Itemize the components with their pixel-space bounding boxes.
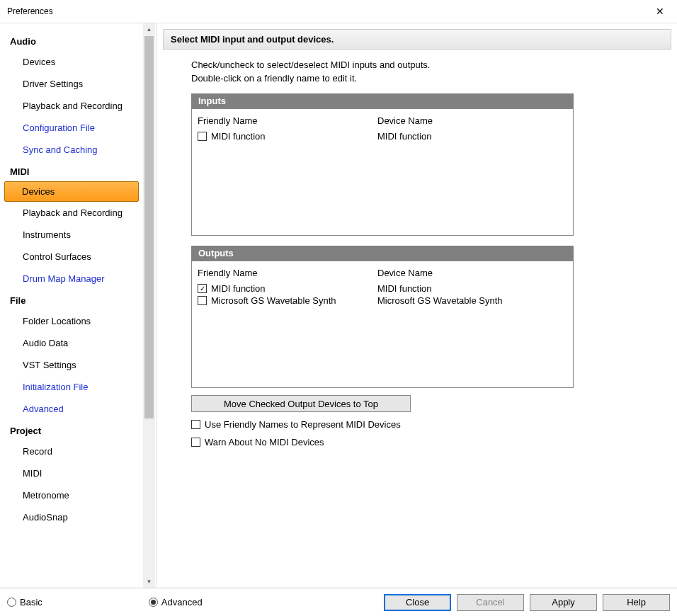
inputs-list: Friendly Name Device Name MIDI functionM…: [191, 108, 574, 236]
content-desc1: Check/uncheck to select/deselect MIDI in…: [191, 59, 643, 70]
sidebar-category: MIDI: [0, 161, 143, 181]
table-row[interactable]: Microsoft GS Wavetable SynthMicrosoft GS…: [198, 295, 567, 307]
footer: Basic Advanced Close Cancel Apply Help: [0, 588, 677, 616]
friendly-name[interactable]: MIDI function: [211, 131, 266, 142]
move-to-top-button[interactable]: Move Checked Output Devices to Top: [191, 395, 411, 412]
titlebar: Preferences ✕: [0, 0, 677, 23]
sidebar-category: File: [0, 290, 143, 310]
cancel-button[interactable]: Cancel: [457, 594, 524, 611]
device-name: MIDI function: [377, 283, 567, 294]
table-row[interactable]: MIDI functionMIDI function: [198, 130, 567, 142]
sidebar-category: Audio: [0, 30, 143, 51]
dialog-body: AudioDevicesDriver SettingsPlayback and …: [0, 23, 677, 588]
sidebar-item[interactable]: Devices: [0, 51, 143, 73]
outputs-col-device: Device Name: [377, 268, 567, 278]
sidebar-scrollbar[interactable]: ▲ ▼: [143, 23, 155, 588]
device-checkbox[interactable]: [198, 284, 207, 293]
sidebar-item[interactable]: MIDI: [0, 462, 143, 484]
help-button[interactable]: Help: [603, 594, 670, 611]
content-inner: Check/uncheck to select/deselect MIDI in…: [157, 50, 677, 588]
inputs-list-header: Friendly Name Device Name: [198, 113, 567, 130]
table-row[interactable]: MIDI functionMIDI function: [198, 283, 567, 295]
sidebar-item[interactable]: Record: [0, 440, 143, 462]
device-name: MIDI function: [377, 131, 567, 142]
radio-basic-label: Basic: [20, 597, 42, 608]
sidebar-item[interactable]: Playback and Recording: [0, 95, 143, 117]
content: Select MIDI input and output devices. Ch…: [157, 23, 677, 588]
footer-buttons: Close Cancel Apply Help: [384, 594, 670, 611]
radio-advanced[interactable]: Advanced: [149, 597, 203, 608]
opt-friendly-label: Use Friendly Names to Represent MIDI Dev…: [205, 419, 401, 430]
outputs-col-friendly: Friendly Name: [198, 268, 377, 278]
outputs-list-header: Friendly Name Device Name: [198, 266, 567, 283]
content-desc2: Double-click on a friendly name to edit …: [191, 73, 643, 84]
sidebar-item[interactable]: Initialization File: [0, 376, 143, 398]
window-title: Preferences: [7, 6, 53, 16]
sidebar-item[interactable]: Driver Settings: [0, 73, 143, 95]
apply-button[interactable]: Apply: [530, 594, 597, 611]
close-icon[interactable]: ✕: [650, 3, 670, 20]
opt-warn-label: Warn About No MIDI Devices: [205, 437, 324, 447]
radio-basic[interactable]: Basic: [7, 597, 42, 608]
inputs-col-device: Device Name: [377, 115, 567, 126]
scroll-down-icon[interactable]: ▼: [143, 576, 155, 588]
opt-warn-checkbox[interactable]: [191, 438, 200, 447]
sidebar-item[interactable]: Playback and Recording: [0, 202, 143, 224]
sidebar-item[interactable]: Audio Data: [0, 332, 143, 354]
sidebar-item[interactable]: Advanced: [0, 398, 143, 420]
scroll-thumb[interactable]: [144, 36, 154, 418]
sidebar: AudioDevicesDriver SettingsPlayback and …: [0, 23, 143, 588]
opt-friendly-names[interactable]: Use Friendly Names to Represent MIDI Dev…: [191, 419, 643, 430]
outputs-header: Outputs: [191, 246, 574, 261]
friendly-name[interactable]: MIDI function: [211, 283, 266, 294]
opt-warn-nomidi[interactable]: Warn About No MIDI Devices: [191, 437, 643, 447]
scroll-up-icon[interactable]: ▲: [143, 23, 155, 35]
device-checkbox[interactable]: [198, 296, 207, 305]
device-checkbox[interactable]: [198, 132, 207, 141]
sidebar-item[interactable]: Sync and Caching: [0, 139, 143, 161]
sidebar-item[interactable]: Configuration File: [0, 117, 143, 139]
friendly-name[interactable]: Microsoft GS Wavetable Synth: [211, 295, 336, 306]
sidebar-item[interactable]: Folder Locations: [0, 310, 143, 332]
device-name: Microsoft GS Wavetable Synth: [377, 295, 567, 306]
radio-advanced-label: Advanced: [161, 597, 203, 608]
sidebar-item[interactable]: Metronome: [0, 484, 143, 506]
sidebar-item[interactable]: Drum Map Manager: [0, 268, 143, 290]
sidebar-wrap: AudioDevicesDriver SettingsPlayback and …: [0, 23, 157, 588]
inputs-col-friendly: Friendly Name: [198, 115, 377, 126]
opt-friendly-checkbox[interactable]: [191, 420, 200, 429]
sidebar-item[interactable]: AudioSnap: [0, 506, 143, 528]
outputs-list: Friendly Name Device Name MIDI functionM…: [191, 261, 574, 388]
content-header: Select MIDI input and output devices.: [163, 29, 671, 50]
sidebar-item[interactable]: Control Surfaces: [0, 246, 143, 268]
inputs-header: Inputs: [191, 93, 574, 108]
sidebar-category: Project: [0, 420, 143, 440]
sidebar-item[interactable]: Devices: [4, 181, 139, 202]
sidebar-item[interactable]: Instruments: [0, 224, 143, 246]
close-button[interactable]: Close: [384, 594, 451, 611]
sidebar-item[interactable]: VST Settings: [0, 354, 143, 376]
